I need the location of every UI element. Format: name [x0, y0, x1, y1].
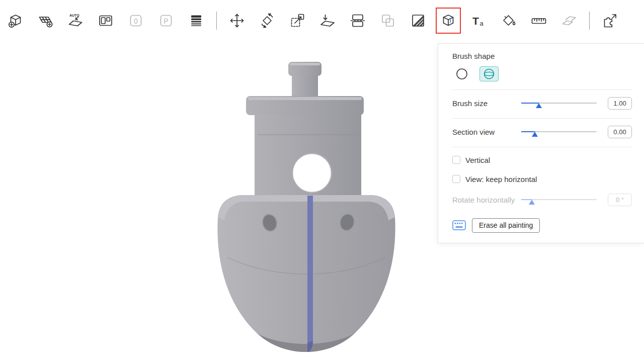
color-painting-icon — [500, 12, 518, 30]
svg-text:T: T — [472, 15, 479, 27]
move-icon — [228, 12, 246, 30]
panel-divider — [452, 118, 632, 119]
keyboard-icon — [452, 220, 466, 230]
shortcuts-button[interactable] — [452, 220, 466, 230]
brush-size-row: Brush size 1.00 — [452, 96, 632, 110]
rotate-horizontally-row: Rotate horizontally 0 ° — [452, 193, 632, 207]
brush-size-slider[interactable] — [521, 99, 597, 108]
vertical-label: Vertical — [465, 156, 490, 164]
benchy-chimney — [288, 62, 321, 100]
panel-divider — [452, 89, 632, 90]
p-icon: P — [157, 12, 175, 30]
layers-icon — [187, 12, 205, 30]
text-icon: T a — [469, 12, 488, 30]
panel-divider — [452, 147, 632, 147]
sphere-brush-icon — [482, 67, 496, 80]
tool-support-painting[interactable] — [408, 9, 428, 32]
mesh-boolean-icon — [379, 12, 397, 30]
measure-icon — [530, 12, 548, 30]
panel-actions-row: Erase all painting — [452, 218, 632, 233]
tool-mesh-boolean[interactable] — [378, 9, 398, 32]
main-toolbar: AUTO 0 P — [5, 6, 620, 35]
tool-arrange[interactable] — [96, 9, 116, 32]
benchy-cabin — [246, 96, 364, 197]
toolbar-divider — [589, 12, 590, 30]
tool-seam-painting[interactable] — [438, 9, 458, 32]
tool-add-object[interactable] — [5, 9, 25, 32]
tool-lay-on-face[interactable] — [317, 9, 338, 32]
cut-icon — [349, 12, 367, 30]
section-view-slider[interactable] — [521, 127, 597, 136]
circle-brush-icon — [455, 67, 468, 80]
tool-variable-layer-zero[interactable]: 0 — [126, 9, 146, 32]
keep-horizontal-row: View: keep horizontal — [452, 174, 632, 184]
section-view-label: Section view — [452, 128, 495, 136]
seam-painting-panel: Brush shape Brush size 1.00 Section view… — [438, 43, 644, 243]
section-view-value[interactable]: 0.00 — [608, 126, 632, 138]
tool-move[interactable] — [227, 9, 247, 32]
add-plate-icon — [36, 12, 54, 30]
tool-rotate[interactable] — [257, 9, 277, 32]
scale-icon — [288, 12, 306, 30]
add-object-icon — [6, 12, 24, 30]
rotate-horizontally-label: Rotate horizontally — [452, 196, 515, 204]
brush-size-label: Brush size — [452, 99, 488, 108]
erase-all-painting-button[interactable]: Erase all painting — [472, 218, 540, 233]
tool-scale[interactable] — [287, 9, 307, 32]
tool-measure[interactable] — [529, 9, 549, 32]
benchy-seam-stripe — [307, 196, 313, 352]
tool-auto-orient[interactable]: AUTO — [65, 9, 86, 32]
vertical-row: Vertical — [452, 155, 632, 164]
tool-text[interactable]: T a — [468, 9, 489, 32]
tool-process-p[interactable]: P — [156, 9, 176, 32]
brush-size-value[interactable]: 1.00 — [608, 97, 632, 110]
lay-on-face-icon — [318, 12, 337, 30]
brush-shape-sphere-option[interactable] — [479, 66, 499, 81]
support-painting-icon — [409, 12, 427, 30]
rotate-horizontally-value: 0 ° — [608, 194, 632, 206]
section-view-row: Section view 0.00 — [452, 125, 632, 139]
benchy-window — [292, 153, 332, 193]
brush-shape-label: Brush shape — [452, 52, 632, 60]
keep-horizontal-checkbox[interactable] — [452, 175, 460, 183]
auto-orient-icon: AUTO — [66, 12, 85, 30]
vertical-checkbox[interactable] — [452, 156, 460, 164]
assembly-icon — [560, 12, 578, 30]
tool-assembly[interactable] — [559, 9, 579, 32]
tool-add-plate[interactable] — [35, 9, 55, 32]
tool-plugins[interactable] — [600, 9, 620, 32]
tool-variable-layer-height[interactable] — [186, 9, 206, 32]
rotate-horizontally-slider[interactable] — [521, 195, 597, 204]
toolbar-divider — [216, 12, 217, 30]
seam-painting-icon — [439, 12, 457, 30]
tool-cut[interactable] — [348, 9, 368, 32]
zero-icon: 0 — [127, 12, 145, 30]
arrange-icon — [97, 12, 115, 30]
svg-text:P: P — [164, 17, 168, 25]
plugins-icon — [601, 12, 619, 30]
brush-shape-circle-option[interactable] — [452, 66, 471, 81]
svg-text:a: a — [480, 20, 484, 27]
keep-horizontal-label: View: keep horizontal — [465, 175, 537, 184]
brush-shape-options — [452, 66, 632, 81]
svg-text:AUTO: AUTO — [69, 14, 79, 17]
benchy-hull — [217, 195, 395, 352]
svg-text:0: 0 — [134, 17, 138, 25]
rotate-icon — [258, 12, 276, 30]
tool-color-painting[interactable] — [499, 9, 519, 32]
